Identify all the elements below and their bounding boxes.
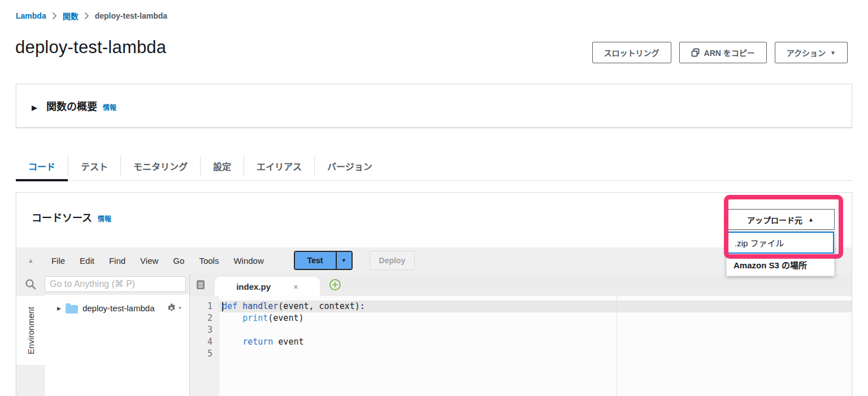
- code-token: def: [222, 301, 237, 311]
- chevron-up-icon: ▲: [808, 216, 814, 223]
- code-token: [237, 301, 242, 311]
- code-token: [222, 313, 242, 323]
- test-dropdown-icon[interactable]: ▼: [336, 252, 351, 269]
- copy-arn-label: ARN をコピー: [704, 47, 755, 58]
- code-line-5: [219, 348, 852, 360]
- environment-tab[interactable]: Environment: [16, 296, 45, 365]
- breadcrumb-functions[interactable]: 関数: [63, 10, 79, 21]
- editor-column: index.py × 1 2 3 4 5: [190, 273, 852, 396]
- throttling-button[interactable]: スロットリング: [592, 42, 671, 63]
- tab-code[interactable]: コード: [16, 156, 68, 176]
- menu-item-amazon-s3[interactable]: Amazon S3 の場所: [727, 254, 834, 276]
- throttling-label: スロットリング: [604, 47, 659, 58]
- code-editor[interactable]: 1 2 3 4 5 def handler(event, context): p…: [190, 296, 852, 396]
- close-tab-icon[interactable]: ×: [293, 282, 298, 291]
- chevron-down-icon: ▼: [830, 50, 836, 56]
- menu-tools[interactable]: Tools: [192, 256, 226, 266]
- tree-settings-gear-icon[interactable]: ▼: [166, 303, 183, 314]
- test-button[interactable]: Test: [295, 252, 336, 269]
- line-number: 1: [190, 301, 212, 312]
- collapse-editor-icon[interactable]: ▲: [28, 257, 34, 264]
- code-token: handler: [242, 301, 278, 311]
- editor-body: Environment ▶ deploy-test-lambda ▼: [16, 273, 852, 396]
- code-line-1: def handler(event, context):: [219, 301, 852, 312]
- code-line-3: [219, 324, 852, 336]
- sidebar-strip: Environment: [16, 295, 45, 396]
- open-file-tab[interactable]: index.py ×: [215, 277, 320, 296]
- copy-arn-button[interactable]: ARN をコピー: [679, 42, 767, 63]
- folder-icon: [66, 305, 78, 314]
- line-number-gutter: 1 2 3 4 5: [190, 296, 219, 396]
- goto-anything-input[interactable]: [45, 276, 186, 292]
- search-icon: [16, 278, 45, 290]
- upload-from-label: アップロード元: [747, 214, 802, 225]
- line-number: 4: [190, 336, 212, 348]
- editor-tab-bar: index.py ×: [190, 273, 852, 296]
- code-lines: def handler(event, context): print(event…: [219, 301, 852, 360]
- tab-list-icon[interactable]: [196, 279, 207, 290]
- tab-configuration[interactable]: 設定: [201, 156, 244, 176]
- code-source-title: コードソース: [32, 210, 92, 224]
- actions-menu-label: アクション: [787, 47, 826, 58]
- code-source-info-link[interactable]: 情報: [98, 214, 111, 223]
- upload-from-menu: .zip ファイル Amazon S3 の場所: [726, 231, 835, 276]
- menu-find[interactable]: Find: [102, 256, 133, 266]
- tab-aliases[interactable]: エイリアス: [244, 156, 315, 176]
- overview-info-link[interactable]: 情報: [103, 102, 116, 112]
- code-token: event: [273, 337, 303, 347]
- tree-root-row[interactable]: ▶ deploy-test-lambda ▼: [57, 303, 189, 314]
- deploy-button: Deploy: [370, 251, 415, 270]
- line-number: 2: [190, 312, 212, 324]
- line-number: 5: [190, 348, 212, 360]
- code-token: print: [242, 313, 268, 323]
- test-split-button[interactable]: Test ▼: [294, 251, 353, 270]
- code-token: (event, context):: [278, 301, 365, 311]
- chevron-right-icon: [84, 12, 89, 20]
- breadcrumb: Lambda 関数 deploy-test-lambda: [16, 10, 167, 21]
- function-overview-card: ▶ 関数の概要 情報: [16, 84, 852, 128]
- tree-expand-icon[interactable]: ▶: [57, 306, 61, 311]
- open-file-name: index.py: [236, 282, 271, 291]
- chevron-right-icon: [52, 12, 57, 20]
- menu-file[interactable]: File: [44, 256, 72, 266]
- upload-from-button[interactable]: アップロード元 ▲: [726, 209, 835, 230]
- tree-root-label: deploy-test-lambda: [83, 303, 155, 313]
- function-overview-title: 関数の概要: [46, 98, 97, 113]
- code-token: [222, 337, 242, 347]
- editor-left-pane: Environment ▶ deploy-test-lambda ▼: [16, 273, 190, 396]
- menu-go[interactable]: Go: [166, 256, 192, 266]
- function-tabs: コード テスト モニタリング 設定 エイリアス バージョン: [16, 151, 852, 181]
- menu-window[interactable]: Window: [226, 256, 271, 266]
- file-tree: ▶ deploy-test-lambda ▼: [45, 295, 189, 396]
- tree-gear-caret-icon: ▼: [178, 306, 183, 311]
- menu-edit[interactable]: Edit: [72, 256, 102, 266]
- tab-test[interactable]: テスト: [68, 156, 121, 176]
- breadcrumb-lambda[interactable]: Lambda: [16, 11, 46, 20]
- actions-menu-button[interactable]: アクション ▼: [775, 42, 848, 63]
- code-line-4: return event: [219, 336, 852, 348]
- code-token: return: [242, 337, 273, 347]
- environment-label: Environment: [26, 307, 36, 354]
- code-line-2: print(event): [219, 312, 852, 324]
- menu-view[interactable]: View: [133, 256, 166, 266]
- header-actions: スロットリング ARN をコピー アクション ▼: [592, 42, 848, 63]
- menu-item-zip-file[interactable]: .zip ファイル: [727, 232, 834, 254]
- breadcrumb-current: deploy-test-lambda: [95, 11, 167, 20]
- goto-anything-row: [16, 273, 189, 295]
- expand-triangle-icon[interactable]: ▶: [32, 103, 37, 112]
- copy-icon: [691, 48, 700, 57]
- page-title: deploy-test-lambda: [15, 37, 166, 58]
- line-number: 3: [190, 324, 212, 336]
- tab-monitoring[interactable]: モニタリング: [121, 156, 201, 176]
- code-token: (event): [268, 313, 303, 323]
- new-tab-plus-icon[interactable]: [329, 278, 341, 291]
- tab-versions[interactable]: バージョン: [315, 156, 385, 176]
